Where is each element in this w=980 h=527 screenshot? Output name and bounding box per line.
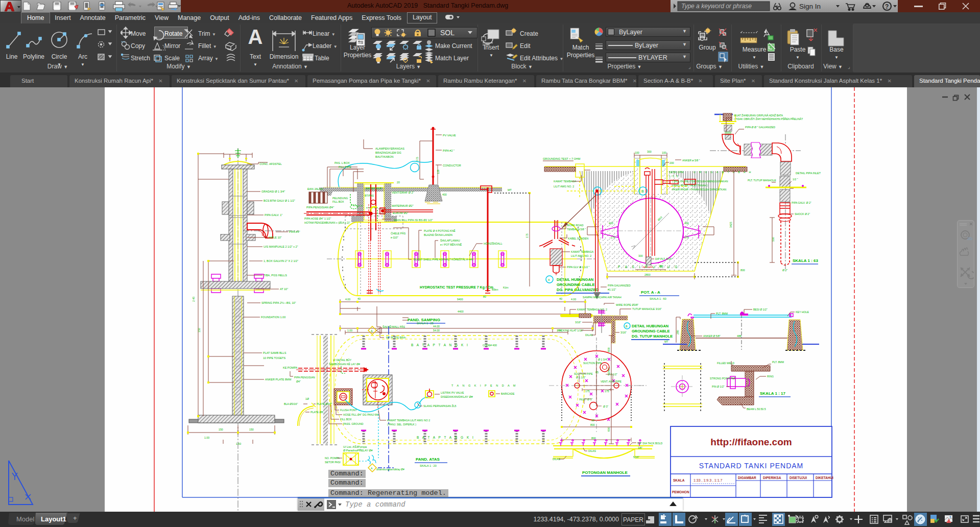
svg-text:PEMOHON: PEMOHON [672,490,689,494]
svg-text:170: 170 [684,236,689,239]
svg-text:DG. PIPA GALVANIZED: DG. PIPA GALVANIZED [557,288,599,292]
svg-text:PLATE Ø 4 POTONG KNĚ: PLATE Ø 4 POTONG KNĚ [424,229,456,232]
svg-text:150: 150 [249,428,254,431]
svg-text:POT. A - A: POT. A - A [641,290,660,295]
svg-text:ELBOW Ø2": ELBOW Ø2" [393,211,409,214]
svg-text:INLET Ø 3": INLET Ø 3" [579,398,592,401]
svg-text:DISEDIAKAN/DIKLAY Ø#: DISEDIAKAN/DIKLAY Ø# [441,395,473,398]
svg-text:800: 800 [590,423,595,426]
svg-text:U R U G A N T A B A H: U R U G A N T A B A H [694,171,752,174]
svg-text:20: 20 [397,181,400,184]
svg-text:KAWAT TEMBAGA: KAWAT TEMBAGA [571,250,594,253]
svg-text:40: 40 [559,297,562,300]
svg-text:( BILA VALVE / TDK² BOLEH MEN: ( BILA VALVE / TDK² BOLEH MENGGUNAKAN [672,180,728,183]
svg-text:DIGAMBAR: DIGAMBAR [738,476,756,480]
svg-text:1.00: 1.00 [204,436,209,439]
svg-text:PIPA GALV. 1": PIPA GALV. 1" [265,213,282,217]
svg-text:5/8" DIA TACK BOLD: 5/8" DIA TACK BOLD [637,442,662,445]
svg-text:SLANG PERNAPASAN ŽL5: SLANG PERNAPASAN ŽL5 [423,404,457,408]
svg-text:AT 10": AT 10" [280,288,288,291]
svg-text:1.00: 1.00 [557,329,562,332]
svg-text:400: 400 [442,193,447,196]
svg-text:65: 65 [595,371,599,374]
svg-text:( TIDAK OBRUŠTI ŽAH NEHIŃDHAKH: ( TIDAK OBRUŠTI ŽAH NEHIŃDHAKHN PŠŘEN PŘ… [734,117,803,121]
svg-text:1 : 3 : 5: 1 : 3 : 5 [669,175,678,178]
svg-text:Model: Model [16,515,35,523]
svg-text:Ø 1 3/4": Ø 1 3/4" [598,358,608,361]
svg-text:100: 100 [662,151,666,154]
svg-text:PLATE Ø3/7": PLATE Ø3/7" [317,402,332,405]
svg-text:9400: 9400 [457,298,463,301]
svg-text:BAUT/KABON: BAUT/KABON [375,155,393,158]
svg-text:DETAIL PIPA INLET: DETAIL PIPA INLET [796,172,821,175]
svg-text:PASIR PADIR / TANAH BOLEH DIP: PASIR PADIR / TANAH BOLEH DIPADATKAN [672,188,727,191]
svg-text:DETAIL HUBUNGAN: DETAIL HUBUNGAN [632,324,668,328]
svg-text:SUCTION PIPE: SUCTION PIPE [574,372,593,375]
svg-text:BESI Ø 1/2": BESI Ø 1/2" [753,308,768,311]
svg-text:WATERMUR Ø2": WATERMUR Ø2" [392,204,414,207]
svg-text:80: 80 [483,295,486,298]
svg-text:WIRE ROPE Ø3/8": WIRE ROPE Ø3/8" [616,303,638,306]
svg-text:BEAM L 50.50.5: BEAM L 50.50.5 [747,408,766,411]
svg-text:PIPA GALVANIZED: PIPA GALVANIZED [608,284,631,287]
svg-text:SKALA 1 : 25: SKALA 1 : 25 [417,322,434,325]
svg-text:KEY HOLE: KEY HOLE [796,310,809,314]
svg-text:U/S MANPUALE 2 1/2" x 2": U/S MANPUALE 2 1/2" x 2" [264,245,298,248]
svg-text:PIN Ø 1/2": PIN Ø 1/2" [712,385,725,388]
svg-text:SOL: SOL [440,29,455,37]
svg-text:BLA2ND ŠKINA LANDN: BLA2ND ŠKINA LANDN [424,233,452,236]
svg-text:PIPA #4": PIPA #4" [289,230,300,233]
svg-text:#1 1/2": #1 1/2" [608,288,616,291]
svg-text:FILL BOX: FILL BOX [340,418,352,421]
svg-text:DETAIL HUBUNGAN: DETAIL HUBUNGAN [557,277,593,282]
svg-text:54.00: 54.00 [433,329,440,332]
svg-text:KABEL SONDEN: KABEL SONDEN [568,237,588,240]
svg-text:PIPA GALV. Ø 2": PIPA GALV. Ø 2" [792,201,811,204]
svg-text:BLA:Ø3/16": BLA:Ø3/16" [284,402,298,405]
svg-text:U/ List. AŠ3Pompa: U/ List. AŠ3Pompa [343,445,367,448]
svg-text:B A T A P T A N G K I: B A T A P T A N G K I [411,343,469,347]
svg-text:SKALA 1 : 60: SKALA 1 : 60 [650,297,666,300]
svg-text:1:33 , 1:9.3 , 1:1.7: 1:33 , 1:9.3 , 1:1.7 [694,478,723,482]
svg-text:2D: 2D [967,236,972,241]
svg-text:PLT. TUTUP MANHOLE: PLT. TUTUP MANHOLE [748,179,776,182]
svg-text:Ø 3": Ø 3" [603,405,608,408]
svg-text:http://fifaone.com: http://fifaone.com [710,437,792,447]
svg-text:KAWAT TEMBAGA NO. 2: KAWAT TEMBAGA NO. 2 [577,308,607,311]
svg-text:PIPA PENGISIAN: PIPA PENGISIAN [294,376,315,379]
svg-text:BARICADE: BARICADE [501,392,515,395]
svg-text:+: + [73,514,77,522]
svg-text:TEMBAGA 5/8 ": TEMBAGA 5/8 " [567,228,586,231]
svg-text:2.45: 2.45 [192,297,195,302]
svg-text:ĐẠN JALAN: ĐẠN JALAN [307,187,323,190]
svg-text:T A N G K I P E N D A M: T A N G K I P E N D A M [451,384,517,387]
svg-text:A: A [371,467,373,470]
svg-text:Ø4": Ø4" [296,380,301,383]
svg-text:400: 400 [684,222,689,225]
svg-text:3/16": 3/16" [620,331,627,334]
svg-text:CONDUCTOR: CONDUCTOR [443,164,461,167]
svg-text:RING: RING [767,375,774,378]
svg-text:600: 600 [607,427,610,432]
svg-text:PIPA GLV Ø 1 1/2 ": PIPA GLV Ø 1 1/2 " [567,266,589,269]
svg-text:URUG PASIR / ALAT TANAH ): URUG PASIR / ALAT TANAH ) [672,184,708,187]
svg-text:B: B [626,325,628,328]
svg-text:Sign In: Sign In [799,3,821,10]
svg-text:KE POMPA: KE POMPA [283,366,298,369]
svg-text:300: 300 [647,150,652,153]
svg-text:HÖRIZŠNŮALL·: HÖRIZŠNŮALL· [484,242,503,245]
svg-text:Ø 2": Ø 2" [782,269,787,272]
svg-text:40: 40 [357,297,361,300]
svg-text:3/16": 3/16" [575,321,581,324]
svg-text:ANKER ø 5/8 ": ANKER ø 5/8 " [682,159,700,162]
svg-text:U/ DETAIL BŪY: U/ DETAIL BŪY [333,358,352,362]
svg-text:200: 200 [670,161,674,164]
svg-text:disambungkan/diklay Ø#: disambungkan/diklay Ø# [376,468,404,471]
svg-text:PV VALVE: PV VALVE [443,134,456,137]
svg-text:LISTRIK PV VALVE: LISTRIK PV VALVE [441,391,464,394]
svg-text:?: ? [885,3,889,10]
svg-text:175: 175 [585,390,590,393]
svg-text:CODE# 400: CODE# 400 [483,344,497,347]
svg-text:400: 400 [609,222,613,225]
svg-text:ŠAMBŪNGAN KĒ LAY Ø#: ŠAMBŪNGAN KĒ LAY Ø# [329,363,360,366]
